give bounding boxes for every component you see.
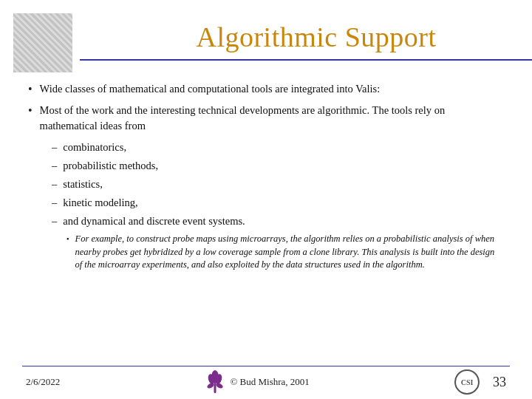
sub-bullet-text: For example, to construct probe maps usi… — [75, 233, 504, 272]
sub-item-4: – kinetic modeling, — [52, 195, 504, 211]
sub-item-text-2: probabilistic methods, — [63, 158, 158, 174]
sub-bullet-item: • For example, to construct probe maps u… — [66, 233, 504, 272]
footer-center: © Bud Mishra, 2001 — [205, 369, 309, 395]
bullet-dot-2: • — [28, 104, 33, 117]
sub-list: – combinatorics, – probabilistic methods… — [52, 140, 504, 229]
bullet-item-1: • Wide classes of mathematical and compu… — [28, 81, 504, 97]
bullet-text-1: Wide classes of mathematical and computa… — [40, 81, 381, 97]
slide: Algorithmic Support • Wide classes of ma… — [0, 0, 532, 399]
sub-dash-1: – — [52, 140, 57, 155]
sub-item-text-4: kinetic modeling, — [63, 195, 137, 211]
title-underline — [80, 59, 532, 61]
sub-item-text-1: combinatorics, — [63, 140, 126, 155]
tulip-icon — [205, 369, 225, 395]
bullet-item-2: • Most of the work and the interesting t… — [28, 103, 504, 134]
footer-date: 2/6/2022 — [26, 376, 60, 388]
footer-page: 33 — [493, 375, 506, 390]
header-decorative-image — [13, 13, 72, 72]
bullet-text-2: Most of the work and the interesting tec… — [40, 103, 504, 134]
sub-item-text-5: and dynamical and discrete event systems… — [63, 214, 245, 229]
svg-rect-0 — [214, 383, 216, 393]
sub-dash-4: – — [52, 195, 57, 211]
footer-badge: CSI — [454, 369, 480, 395]
sub-item-text-3: statistics, — [63, 177, 103, 192]
sub-item-5: – and dynamical and discrete event syste… — [52, 214, 504, 229]
sub-dash-3: – — [52, 177, 57, 192]
content-area: • Wide classes of mathematical and compu… — [0, 72, 532, 272]
sub-dash-5: – — [52, 214, 57, 229]
sub-item-1: – combinatorics, — [52, 140, 504, 155]
footer-content: 2/6/2022 — [0, 366, 532, 399]
sub-item-2: – probabilistic methods, — [52, 158, 504, 174]
sub-bullet-dot: • — [66, 235, 69, 243]
bullet-dot-1: • — [28, 83, 33, 96]
sub-item-3: – statistics, — [52, 177, 504, 192]
footer: 2/6/2022 — [0, 366, 532, 400]
sub-dash-2: – — [52, 158, 57, 174]
header: Algorithmic Support — [0, 0, 532, 72]
title-area: Algorithmic Support — [80, 13, 532, 61]
footer-copyright: © Bud Mishra, 2001 — [230, 376, 309, 388]
slide-title: Algorithmic Support — [196, 21, 436, 53]
